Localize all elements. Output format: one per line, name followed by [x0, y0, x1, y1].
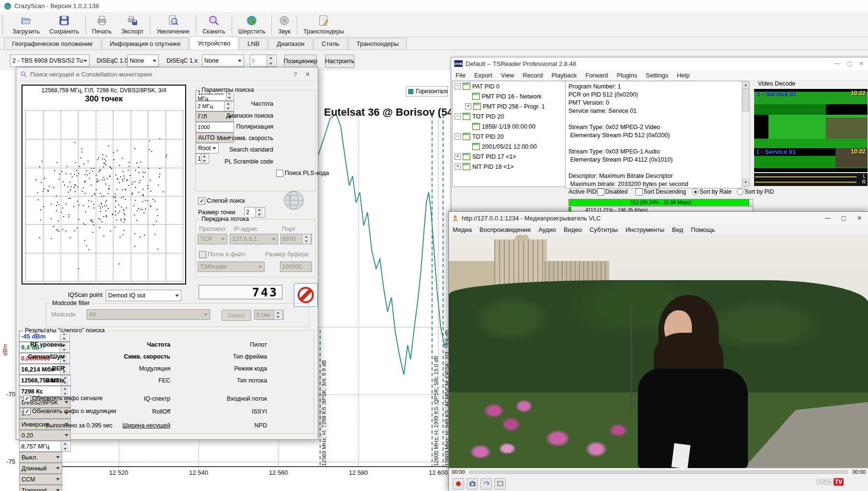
sort-by-pid-radio[interactable]	[737, 188, 744, 195]
menu-export[interactable]: Export	[470, 72, 497, 79]
pid-icon	[463, 133, 470, 140]
menu-settings[interactable]: Settings	[641, 72, 672, 79]
details-scrollbar[interactable]: ▲▼	[742, 81, 750, 187]
close-icon[interactable]: ✕	[859, 60, 864, 67]
frame-button[interactable]	[494, 478, 506, 490]
constellation-dot	[100, 219, 100, 220]
pls-search-label: Поиск PLS-кода	[285, 170, 329, 176]
maximize-icon[interactable]: ▢	[847, 60, 852, 67]
pls-search-checkbox[interactable]	[276, 170, 283, 177]
menu-view[interactable]: View	[497, 72, 519, 79]
chart-legend[interactable]: Горизонталь	[406, 86, 448, 97]
disabled-label: Disabled	[605, 188, 628, 195]
constellation-dot	[91, 219, 92, 220]
dialog-close-button[interactable]: ✕	[301, 69, 314, 79]
constellation-dot	[70, 174, 71, 175]
spinner-buttons[interactable]	[61, 441, 69, 451]
close-icon[interactable]: ✕	[857, 215, 862, 221]
vlc-seek-slider[interactable]	[469, 470, 849, 474]
tree-item[interactable]: −TOT PID 20	[453, 111, 565, 121]
vlc-menu-6[interactable]: Вид	[668, 226, 687, 233]
constellation-dot	[122, 189, 123, 190]
expand-icon[interactable]: +	[455, 164, 461, 170]
stop-icon	[297, 286, 315, 304]
constellation-dot	[126, 207, 127, 208]
constellation-dot	[85, 211, 86, 212]
menu-plugins[interactable]: Plugins	[612, 72, 642, 79]
result-select[interactable]: CCM	[19, 474, 62, 485]
minimize-icon[interactable]: —	[825, 215, 831, 221]
result-select[interactable]: Выкл.	[19, 452, 62, 463]
update-modulation-info-checkbox[interactable]: ✓	[23, 408, 31, 415]
tree-item[interactable]: 2001/05/21 12:00:00	[453, 142, 565, 152]
collapse-icon[interactable]: −	[455, 113, 461, 120]
counter-value: 743	[252, 285, 278, 299]
menu-file[interactable]: File	[451, 72, 470, 79]
loop-button[interactable]	[480, 478, 492, 490]
sort-descending-checkbox[interactable]	[635, 188, 643, 196]
result-field[interactable]: 8,757 МГц	[19, 441, 71, 452]
constellation-dot	[100, 207, 101, 208]
constellation-dot	[97, 181, 98, 182]
scroll-down-icon[interactable]: ▼	[742, 179, 749, 186]
constellation-dot	[91, 168, 92, 169]
constellation-dot	[122, 179, 123, 180]
tree-item[interactable]: −TDT PID 20	[453, 131, 565, 142]
iqscan-select[interactable]: Demod IQ out	[106, 290, 181, 301]
constellation-dot	[85, 224, 86, 225]
result-select[interactable]: Длинный	[19, 463, 62, 474]
tree-item[interactable]: +PMT PID 256 - Progr. 1	[453, 101, 565, 111]
constellation-dot	[145, 208, 146, 209]
expand-icon[interactable]: +	[455, 153, 461, 160]
record-button[interactable]	[453, 478, 464, 490]
tree-item[interactable]: +NIT PID 16 <1>	[453, 162, 565, 172]
collapse-icon[interactable]: −	[455, 133, 461, 140]
constellation-dot	[139, 182, 140, 183]
blind-search-checkbox[interactable]: ✓	[198, 197, 205, 205]
search-icon	[20, 71, 27, 78]
minimize-icon[interactable]: —	[835, 60, 840, 67]
vlc-menu-2[interactable]: Аудио	[534, 226, 560, 233]
disabled-checkbox[interactable]	[597, 188, 604, 196]
update-signal-info-checkbox[interactable]: ✓	[23, 395, 31, 402]
details-line: Service name: Service 01	[568, 107, 745, 115]
menu-record[interactable]: Record	[518, 72, 547, 79]
collapse-icon[interactable]: −	[455, 83, 461, 89]
scroll-thumb[interactable]	[742, 88, 749, 111]
vlc-menu-0[interactable]: Медиа	[449, 226, 476, 233]
constellation-dot	[51, 204, 52, 205]
modcode-label: Modcode	[51, 311, 76, 318]
vlc-titlebar: http://127.0.0.1:1234 - Медиапроигрывате…	[449, 212, 868, 224]
tree-item[interactable]: 1859/-1/19 00:00:00	[453, 121, 565, 131]
maximize-icon[interactable]: ▢	[841, 215, 846, 221]
menu-playback[interactable]: Playback	[547, 72, 581, 79]
tab-2[interactable]: Устройство	[189, 36, 238, 50]
scroll-up-icon[interactable]: ▲	[742, 81, 749, 89]
vlc-menu-7[interactable]: Помощь	[687, 226, 719, 233]
vlc-menu-4[interactable]: Субтитры	[586, 226, 622, 233]
dot-size-value: 2	[246, 209, 249, 216]
tree-item[interactable]: PMT PID 16 - Network	[453, 91, 565, 101]
result-select[interactable]: 0.20	[19, 430, 71, 441]
osd-service-2: 1 - Service 01	[756, 148, 796, 155]
constellation-dot	[115, 175, 116, 175]
expand-icon[interactable]: +	[465, 103, 471, 109]
result-select[interactable]: Transport	[19, 485, 62, 491]
constellation-dot	[38, 199, 39, 200]
menu-forward[interactable]: Forward	[581, 72, 612, 79]
tree-item[interactable]: −PAT PID 0	[453, 81, 565, 91]
dialog-help-button[interactable]: ?	[289, 69, 301, 79]
snapshot-button[interactable]	[467, 478, 478, 490]
vlc-menu-3[interactable]: Видео	[560, 226, 586, 233]
constellation-dot	[108, 189, 109, 190]
constellation-dot	[147, 185, 148, 186]
result-label: Тип фрейма	[216, 353, 267, 360]
tree-item[interactable]: +SDT PID 17 <1>	[453, 152, 565, 162]
menu-help[interactable]: Help	[672, 72, 694, 79]
constellation-dot	[115, 207, 116, 207]
constellation-gridline	[26, 224, 183, 225]
constellation-dot	[108, 145, 109, 146]
vlc-menu-1[interactable]: Воспроизведение	[476, 226, 534, 233]
vlc-menu-5[interactable]: Инструменты	[622, 226, 668, 233]
sort-by-rate-radio[interactable]	[692, 188, 699, 195]
